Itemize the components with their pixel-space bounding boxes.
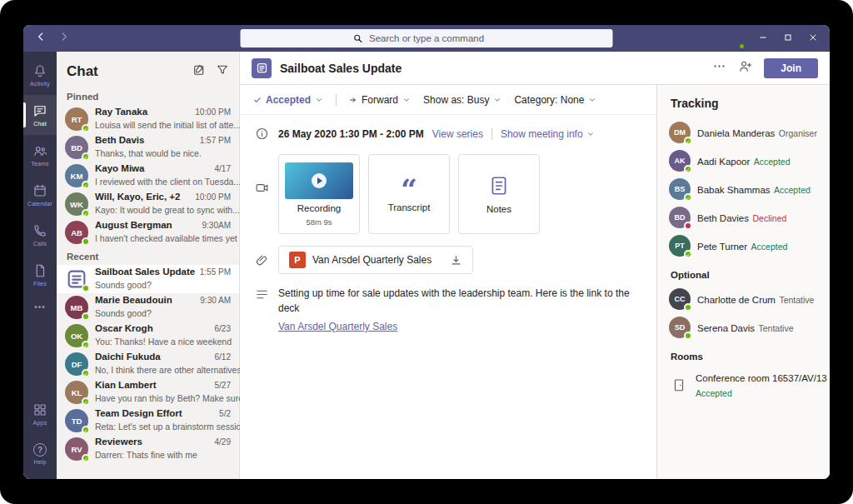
chat-list-item[interactable]: WK Will, Kayo, Eric, +2 10:00 PM Kayo: I…	[57, 190, 239, 218]
attendee-row[interactable]: BD Beth Davies Declined	[657, 203, 830, 232]
chat-name: Marie Beaudouin	[95, 295, 197, 305]
recent-chat-list: Sailboat Sales Update 1:55 PM Sounds goo…	[57, 265, 239, 463]
rsvp-dropdown[interactable]: Accepted	[253, 94, 323, 106]
command-search[interactable]	[241, 29, 613, 47]
attendee-name: Pete Turner	[697, 242, 747, 252]
presence-icon	[684, 137, 692, 145]
minimize-button[interactable]	[758, 31, 768, 46]
chat-panel-header: Chat	[57, 52, 239, 87]
rail-item-chat[interactable]: Chat	[23, 95, 57, 135]
history-nav	[23, 31, 70, 46]
chat-time: 10:00 PM	[195, 107, 231, 117]
rooms-list: Conference room 16537/AV/13 Accepted	[657, 367, 830, 403]
recording-card[interactable]: Recording 58m 9s	[278, 154, 360, 234]
chat-list-item[interactable]: RT Ray Tanaka 10:00 PM Louisa will send …	[57, 105, 239, 133]
attendee-name: Babak Shammas	[697, 185, 771, 195]
attachment-chip[interactable]: Van Arsdel Quarterly Sales	[278, 246, 473, 274]
chat-list-item[interactable]: BD Beth Davis 1:57 PM Thanks, that would…	[57, 133, 239, 162]
chat-list-item[interactable]: MB Marie Beaudouin 9:30 AM Sounds good?	[57, 293, 239, 322]
compose-icon	[192, 63, 206, 77]
person-add-icon	[738, 59, 752, 73]
calendar-icon	[32, 183, 47, 198]
rail-item-files[interactable]: Files	[23, 255, 57, 295]
teams-icon	[32, 143, 47, 158]
chevron-down-icon	[588, 96, 596, 104]
attachment-name: Van Arsdel Quarterly Sales	[312, 254, 431, 266]
chat-list-item[interactable]: KM Kayo Miwa 4/17 I reviewed with the cl…	[57, 162, 239, 190]
maximize-button[interactable]	[783, 31, 793, 46]
attendee-row[interactable]: CC Charlotte de Crum Tentative	[657, 285, 830, 313]
attendee-row[interactable]: SD Serena Davis Tentative	[657, 313, 830, 342]
more-options-button[interactable]	[712, 59, 726, 77]
rail-item-apps[interactable]: Apps	[23, 394, 57, 434]
rail-item-teams[interactable]: Teams	[23, 135, 57, 175]
category-dropdown[interactable]: Category: None	[514, 94, 596, 106]
forward-dropdown[interactable]: Forward	[349, 94, 411, 106]
search-input[interactable]	[367, 32, 501, 44]
chat-list-item[interactable]: OK Oscar Krogh 6/23 You: Thanks! Have a …	[57, 322, 239, 350]
chat-time: 1:57 PM	[200, 136, 231, 145]
attendee-status: Tentative	[779, 295, 814, 305]
recording-duration: 58m 9s	[306, 217, 332, 227]
rail-item-calendar[interactable]: Calendar	[23, 175, 57, 215]
room-name: Conference room 16537/AV/13	[696, 373, 827, 383]
back-button[interactable]	[35, 31, 47, 46]
pinned-section-label: Pinned	[57, 87, 239, 105]
presence-icon	[684, 332, 692, 340]
notes-card[interactable]: Notes	[458, 154, 540, 234]
forward-button[interactable]	[58, 31, 70, 46]
video-icon	[253, 181, 270, 195]
window-controls	[758, 31, 818, 46]
join-button[interactable]: Join	[764, 58, 818, 78]
chat-name: Kian Lambert	[95, 380, 212, 390]
chat-name: Sailboat Sales Update	[95, 267, 197, 277]
meeting-details-content: 26 May 2020 1:30 PM - 2:00 PM View serie…	[240, 115, 656, 357]
show-as-dropdown[interactable]: Show as: Busy	[423, 94, 501, 106]
chat-list-item[interactable]: DF Daichi Fukuda 6/12 No, I think there …	[57, 350, 239, 378]
chat-list-item[interactable]: Sailboat Sales Update 1:55 PM Sounds goo…	[57, 265, 239, 293]
attendee-row[interactable]: PT Pete Turner Accepted	[657, 232, 830, 260]
chat-list-item[interactable]: TD Team Design Effort 5/2 Reta: Let's se…	[57, 407, 239, 435]
titlebar	[23, 25, 830, 52]
room-row[interactable]: Conference room 16537/AV/13 Accepted	[657, 367, 830, 403]
rail-item-calls[interactable]: Calls	[23, 215, 57, 255]
chat-name: Oscar Krogh	[95, 323, 212, 333]
attendee-name: Charlotte de Crum	[697, 295, 776, 305]
meeting-header: Sailboat Sales Update Join	[240, 52, 830, 85]
optional-section-label: Optional	[657, 260, 830, 285]
chat-name: Kayo Miwa	[95, 163, 212, 173]
presence-icon	[684, 303, 692, 312]
pinned-chat-list: RT Ray Tanaka 10:00 PM Louisa will send …	[57, 105, 239, 247]
attendee-row[interactable]: BS Babak Shammas Accepted	[657, 175, 830, 203]
description-lines-icon	[253, 287, 270, 302]
new-chat-button[interactable]	[192, 63, 206, 80]
rail-item-help[interactable]: ? Help	[23, 434, 57, 474]
files-icon	[32, 263, 47, 278]
divider	[491, 128, 492, 140]
show-meeting-info-link[interactable]: Show meeting info	[501, 128, 595, 140]
close-button[interactable]	[808, 31, 818, 46]
chat-list-item[interactable]: AB August Bergman 9:30AM I haven't check…	[57, 218, 239, 247]
chat-name: Reviewers	[95, 437, 212, 447]
filter-button[interactable]	[216, 63, 229, 80]
chat-preview: Kayo: It would be great to sync with...	[95, 205, 240, 215]
chat-time: 1:55 PM	[200, 267, 231, 277]
attendee-name: Beth Davies	[697, 213, 749, 223]
download-icon[interactable]	[450, 254, 462, 267]
attendee-row[interactable]: DM Daniela Manderas Organiser	[657, 118, 830, 147]
chat-list-item[interactable]: KL Kian Lambert 5/27 Have you ran this b…	[57, 378, 239, 407]
deck-link[interactable]: Van Arsdel Quarterly Sales	[278, 319, 397, 334]
user-avatar[interactable]	[723, 27, 745, 49]
rail-item-activity[interactable]: Activity	[23, 55, 57, 95]
meeting-title: Sailboat Sales Update	[280, 62, 402, 75]
add-people-button[interactable]	[738, 59, 752, 77]
attendee-row[interactable]: AK Aadi Kapoor Accepted	[657, 147, 830, 175]
chat-list-panel: Chat Pinned RT	[57, 52, 240, 479]
chat-list-item[interactable]: RV Reviewers 4/29 Darren: Thats fine wit…	[57, 435, 239, 463]
transcript-card[interactable]: Transcript	[368, 154, 450, 234]
view-series-link[interactable]: View series	[432, 128, 483, 140]
rail-more-button[interactable]	[23, 295, 57, 317]
presence-icon	[82, 209, 90, 217]
chat-preview: Sounds good?	[95, 280, 152, 290]
presence-icon	[82, 124, 90, 132]
